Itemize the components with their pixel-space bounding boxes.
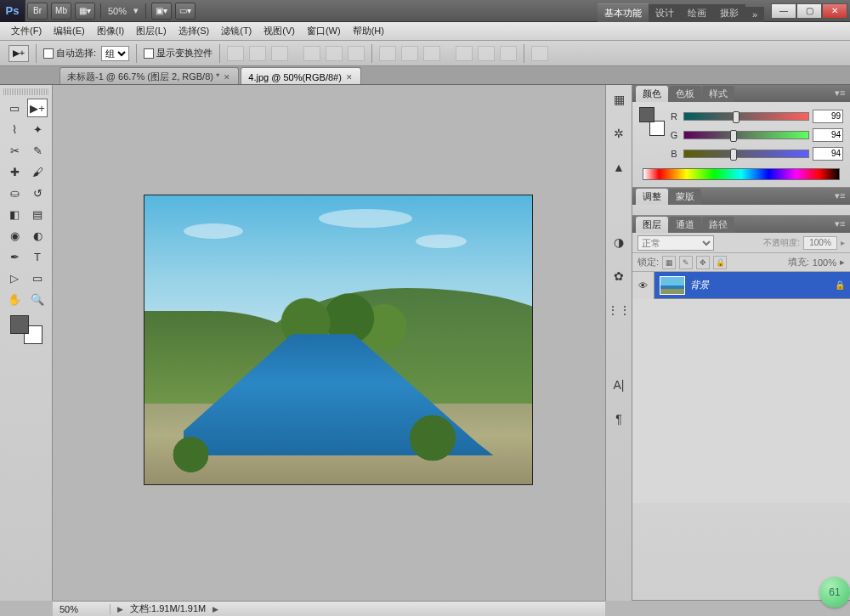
align-button[interactable] <box>326 46 343 61</box>
chevron-right-icon[interactable]: ▶ <box>117 605 123 613</box>
panel-tab-color[interactable]: 颜色 <box>636 86 668 102</box>
chevron-down-icon[interactable]: ▾ <box>133 5 139 16</box>
styles-panel-icon[interactable]: ✿ <box>609 267 628 285</box>
gradient-tool-icon[interactable]: ▤ <box>27 205 48 223</box>
slider-knob[interactable] <box>733 111 740 123</box>
workspace-tab-painting[interactable]: 绘画 <box>681 4 713 22</box>
document-canvas[interactable] <box>144 195 532 484</box>
distribute-button[interactable] <box>379 46 396 61</box>
align-button[interactable] <box>271 46 288 61</box>
auto-align-button[interactable] <box>531 46 548 61</box>
menu-window[interactable]: 窗口(W) <box>301 23 347 39</box>
quickselect-tool-icon[interactable]: ✦ <box>27 120 48 138</box>
crop-tool-icon[interactable]: ✂ <box>4 141 25 160</box>
slider-knob[interactable] <box>730 130 737 142</box>
appbar-btn-arrange[interactable]: ▣▾ <box>151 3 172 20</box>
blur-tool-icon[interactable]: ◉ <box>4 226 25 245</box>
window-minimize-button[interactable]: — <box>771 3 796 19</box>
distribute-button[interactable] <box>423 46 440 61</box>
r-slider[interactable] <box>683 112 809 121</box>
menu-view[interactable]: 视图(V) <box>258 23 301 39</box>
move-tool-icon[interactable]: ▶+ <box>27 99 48 117</box>
notification-bubble[interactable]: 61 <box>819 577 850 608</box>
align-button[interactable] <box>303 46 320 61</box>
zoom-tool-icon[interactable]: 🔍 <box>27 290 48 308</box>
window-maximize-button[interactable]: ▢ <box>796 3 822 19</box>
eraser-tool-icon[interactable]: ◧ <box>4 205 25 223</box>
r-value-input[interactable]: 99 <box>813 110 843 123</box>
menu-image[interactable]: 图像(I) <box>91 23 130 39</box>
panel-color-swatches[interactable] <box>639 107 665 136</box>
dodge-tool-icon[interactable]: ◐ <box>27 226 48 245</box>
pen-tool-icon[interactable]: ✒ <box>4 247 25 266</box>
appbar-btn-viewgrid[interactable]: ▦▾ <box>75 3 95 20</box>
appbar-zoom[interactable]: 50% <box>108 6 127 16</box>
history-panel-icon[interactable]: ▦ <box>609 90 628 109</box>
path-select-tool-icon[interactable]: ▷ <box>4 268 25 287</box>
menu-filter[interactable]: 滤镜(T) <box>215 23 258 39</box>
distribute-button[interactable] <box>478 46 495 61</box>
auto-select-target[interactable]: 组 <box>101 46 129 61</box>
distribute-button[interactable] <box>456 46 473 61</box>
show-transform-option[interactable]: 显示变换控件 <box>144 47 212 59</box>
character-panel-icon[interactable]: A| <box>609 376 628 394</box>
close-icon[interactable]: ✕ <box>223 73 231 82</box>
status-zoom[interactable]: 50% <box>60 604 110 614</box>
lock-move-icon[interactable]: ✥ <box>696 256 710 269</box>
chevron-icon[interactable]: ▸ <box>841 238 845 247</box>
layer-row[interactable]: 👁 背景 🔒 <box>632 272 850 299</box>
auto-select-option[interactable]: 自动选择: <box>43 47 96 59</box>
fill-input[interactable]: 100% <box>813 257 836 268</box>
current-tool-icon[interactable]: ▶+ <box>8 45 29 62</box>
document-tab[interactable]: 未标题-1 @ 66.7% (图层 2, RGB/8) * ✕ <box>60 67 239 84</box>
panel-tab-masks[interactable]: 蒙版 <box>669 189 701 205</box>
workspace-tab-design[interactable]: 设计 <box>649 4 681 22</box>
shape-tool-icon[interactable]: ▭ <box>27 268 48 287</box>
chevron-icon[interactable]: ▸ <box>840 257 845 268</box>
close-icon[interactable]: ✕ <box>345 73 354 82</box>
panel-tab-swatches[interactable]: 色板 <box>669 86 701 102</box>
foreground-color-swatch[interactable] <box>10 315 29 334</box>
appbar-btn-screen[interactable]: ▭▾ <box>175 3 196 20</box>
lock-paint-icon[interactable]: ✎ <box>679 256 693 269</box>
healing-tool-icon[interactable]: ✚ <box>4 162 25 181</box>
appbar-btn-mb[interactable]: Mb <box>51 3 71 20</box>
panel-tab-channels[interactable]: 通道 <box>669 217 701 233</box>
window-close-button[interactable]: ✕ <box>822 3 847 19</box>
show-transform-checkbox[interactable] <box>144 48 154 59</box>
lock-transparent-icon[interactable]: ▦ <box>662 256 676 269</box>
document-tab[interactable]: 4.jpg @ 50%(RGB/8#) ✕ <box>241 67 361 84</box>
background-swatch[interactable] <box>649 121 665 136</box>
info-panel-icon[interactable]: ▲ <box>609 158 628 177</box>
g-slider[interactable] <box>683 131 809 139</box>
panel-menu-icon[interactable]: ▾≡ <box>835 218 847 229</box>
b-slider[interactable] <box>683 150 809 158</box>
foreground-background-swatches[interactable] <box>10 315 42 344</box>
panel-menu-icon[interactable]: ▾≡ <box>835 190 847 201</box>
eyedropper-tool-icon[interactable]: ✎ <box>27 141 48 160</box>
distribute-button[interactable] <box>401 46 418 61</box>
hand-tool-icon[interactable]: ✋ <box>4 290 25 308</box>
panel-tab-layers[interactable]: 图层 <box>636 217 668 233</box>
brush-tool-icon[interactable]: 🖌 <box>27 162 48 181</box>
color-ramp[interactable] <box>643 168 840 180</box>
align-button[interactable] <box>348 46 365 61</box>
layer-name[interactable]: 背景 <box>690 279 835 291</box>
lock-all-icon[interactable]: 🔒 <box>713 256 727 269</box>
adjust-panel-icon[interactable]: ◑ <box>609 233 628 251</box>
appbar-btn-br[interactable]: Br <box>27 3 48 20</box>
workspace-tab-photography[interactable]: 摄影 <box>713 4 745 22</box>
distribute-button[interactable] <box>500 46 517 61</box>
panel-menu-icon[interactable]: ▾≡ <box>835 88 847 98</box>
auto-select-checkbox[interactable] <box>43 48 54 59</box>
panel-tab-styles[interactable]: 样式 <box>702 86 734 102</box>
menu-file[interactable]: 文件(F) <box>5 23 48 39</box>
layer-thumbnail[interactable] <box>660 276 685 295</box>
panel-grip[interactable] <box>3 88 49 95</box>
align-button[interactable] <box>249 46 266 61</box>
slider-knob[interactable] <box>730 149 737 161</box>
workspace-tab-more[interactable]: » <box>745 7 764 22</box>
blend-mode-select[interactable]: 正常 <box>638 235 714 251</box>
menu-help[interactable]: 帮助(H) <box>347 23 390 39</box>
opacity-input[interactable]: 100% <box>803 236 837 250</box>
